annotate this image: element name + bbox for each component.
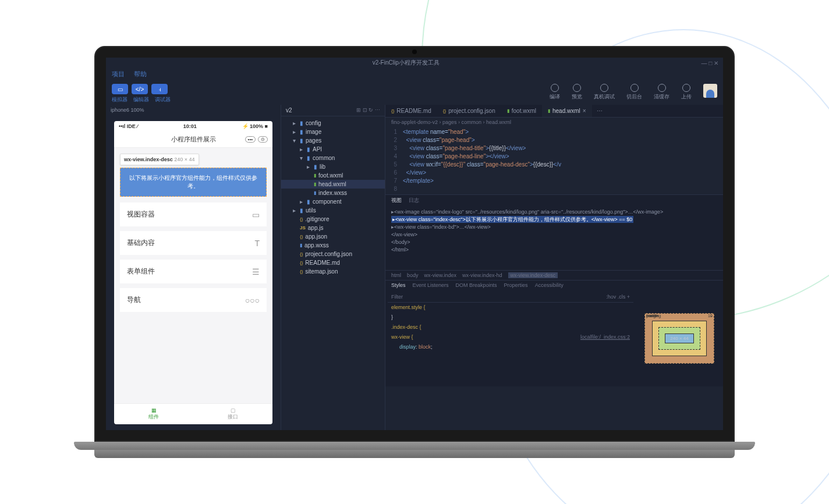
box-model: margin 10 border - padding - 240 × 44 (636, 290, 723, 386)
list-item[interactable]: 表单组件☰ (120, 260, 267, 283)
file-explorer: v2 ⊞ ⊡ ↻ ⋯ ▸▮config▸▮image▾▮pages▸▮API▾▮… (281, 105, 385, 430)
tool-编译[interactable]: 编译 (550, 84, 560, 101)
debugger-toggle[interactable]: ⫞ (151, 84, 168, 94)
tree-item[interactable]: {}.gitignore (281, 215, 385, 223)
toolbar: ▭ </> ⫞ 模拟器 编辑器 调试器 编译预览真机调试切后台清缓存上传 (106, 80, 723, 105)
list-item[interactable]: 视图容器▭ (120, 203, 267, 226)
simulator-toggle[interactable]: ▭ (112, 84, 128, 94)
tool-预览[interactable]: 预览 (572, 84, 582, 101)
menu-help[interactable]: 帮助 (134, 70, 147, 79)
close-icon[interactable]: ⊙ (258, 136, 268, 143)
editor-tabs: {}README.md{}project.config.json▮foot.wx… (385, 105, 723, 118)
tool-切后台[interactable]: 切后台 (626, 84, 642, 101)
tabs-more[interactable]: ⋯ (592, 105, 607, 117)
titlebar: v2-FinClip小程序开发工具 — □ ✕ (106, 58, 723, 68)
editor-panel: {}README.md{}project.config.json▮foot.wx… (385, 105, 723, 430)
simulator-panel: iphone6 100% ••ıl IDE ⁄ 10:01 ⚡ 100% ■ 小… (106, 105, 281, 430)
nav-components[interactable]: ▦组件 (114, 404, 193, 424)
breadcrumb[interactable]: fino-applet-demo-v2 › pages › common › h… (385, 118, 723, 127)
tree-item[interactable]: ▮index.wxss (281, 189, 385, 197)
phone-preview: ••ıl IDE ⁄ 10:01 ⚡ 100% ■ 小程序组件展示 •••⊙ w… (114, 121, 272, 424)
menu-project[interactable]: 项目 (112, 70, 125, 79)
tool-真机调试[interactable]: 真机调试 (594, 84, 615, 101)
avatar[interactable] (703, 84, 717, 98)
dom-inspector[interactable]: ▸<wx-image class="index-logo" src="../re… (385, 206, 723, 270)
tree-item[interactable]: {}sitemap.json (281, 267, 385, 276)
tree-item[interactable]: ▾▮pages (281, 136, 385, 145)
tree-item[interactable]: ▸▮config (281, 119, 385, 127)
ide-window: v2-FinClip小程序开发工具 — □ ✕ 项目 帮助 ▭ </> ⫞ 模拟… (106, 58, 723, 430)
devtools-tabs: 视图 日志 (385, 195, 723, 206)
editor-tab[interactable]: ▮head.wxml× (542, 105, 592, 117)
window-title: v2-FinClip小程序开发工具 (373, 59, 440, 67)
list-item[interactable]: 导航○○○ (120, 288, 267, 312)
list-item[interactable]: 基础内容T (120, 231, 267, 255)
device-info[interactable]: iphone6 100% (106, 105, 281, 115)
inspector-tooltip: wx-view.index-desc 240 × 44 (120, 154, 199, 165)
tree-item[interactable]: JSapp.js (281, 223, 385, 232)
tree-item[interactable]: {}project.config.json (281, 250, 385, 258)
dom-breadcrumb[interactable]: htmlbodywx-view.indexwx-view.index-hdwx-… (385, 270, 723, 280)
tree-item[interactable]: ▮app.wxss (281, 241, 385, 250)
tool-清缓存[interactable]: 清缓存 (654, 84, 669, 101)
tree-item[interactable]: ▸▮image (281, 127, 385, 136)
tree-item[interactable]: ▸▮utils (281, 206, 385, 215)
tree-item[interactable]: ▾▮common (281, 154, 385, 162)
laptop-base (94, 442, 735, 458)
css-rules[interactable]: Filter :hov .cls + element.style {}.inde… (385, 290, 636, 386)
tree-item[interactable]: ▸▮component (281, 197, 385, 206)
highlighted-element[interactable]: 以下将展示小程序官方组件能力，组件样式仅供参考。 (120, 168, 267, 197)
more-icon[interactable]: ••• (245, 136, 256, 143)
tree-item[interactable]: {}README.md (281, 258, 385, 267)
phone-statusbar: ••ıl IDE ⁄ 10:01 ⚡ 100% ■ (114, 121, 272, 132)
tree-item[interactable]: ▮head.wxml (281, 180, 385, 189)
tree-item[interactable]: ▸▮lib (281, 162, 385, 171)
window-controls[interactable]: — □ ✕ (701, 60, 718, 66)
tree-item[interactable]: ▮foot.wxml (281, 171, 385, 180)
nav-api[interactable]: ▢接口 (193, 404, 272, 424)
editor-tab[interactable]: {}project.config.json (437, 105, 501, 117)
tool-上传[interactable]: 上传 (681, 84, 692, 101)
phone-title: 小程序组件展示 •••⊙ (114, 132, 272, 148)
editor-tab[interactable]: ▮foot.wxml (501, 105, 542, 117)
phone-tabbar: ▦组件 ▢接口 (114, 403, 272, 424)
editor-tab[interactable]: {}README.md (385, 105, 437, 117)
project-root[interactable]: v2 (286, 107, 292, 113)
filter-input[interactable]: Filter (391, 293, 403, 301)
tree-item[interactable]: {}app.json (281, 232, 385, 241)
tree-item[interactable]: ▸▮API (281, 145, 385, 154)
explorer-actions[interactable]: ⊞ ⊡ ↻ ⋯ (356, 107, 380, 113)
menubar: 项目 帮助 (106, 68, 723, 80)
webcam-notch (412, 49, 417, 54)
devtools: 视图 日志 ▸<wx-image class="index-logo" src=… (385, 194, 723, 386)
code-editor[interactable]: 1<template name="head">2 <view class="pa… (385, 127, 723, 194)
devtools-subtabs[interactable]: StylesEvent ListenersDOM BreakpointsProp… (385, 280, 723, 290)
editor-toggle[interactable]: </> (132, 84, 148, 94)
laptop-frame: v2-FinClip小程序开发工具 — □ ✕ 项目 帮助 ▭ </> ⫞ 模拟… (94, 46, 735, 458)
